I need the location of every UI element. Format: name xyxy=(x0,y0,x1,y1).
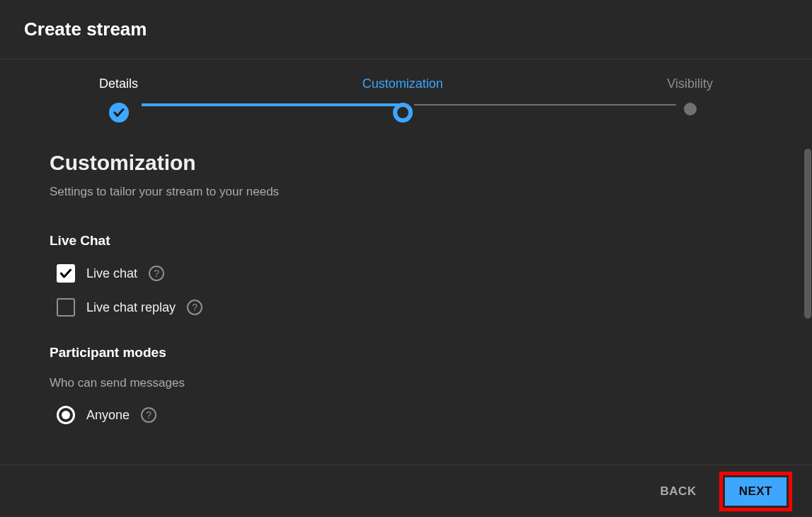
option-label: Live chat xyxy=(86,266,137,281)
subsection-description: Who can send messages xyxy=(50,376,762,390)
help-icon[interactable]: ? xyxy=(187,300,202,315)
option-label: Live chat replay xyxy=(86,300,176,315)
step-label: Customization xyxy=(362,76,443,91)
step-circle-active-icon xyxy=(393,103,413,123)
subsection-title: Live Chat xyxy=(50,233,762,249)
help-icon[interactable]: ? xyxy=(141,407,156,423)
section-subtitle: Settings to tailor your stream to your n… xyxy=(50,185,762,199)
option-label: Anyone xyxy=(86,408,130,423)
step-label: Details xyxy=(99,76,138,91)
content-scroll-area: Details Customization Visibility Customi… xyxy=(0,59,812,462)
step-circle-inactive-icon xyxy=(684,103,697,115)
dialog-footer: BACK NEXT xyxy=(0,465,812,517)
step-details[interactable]: Details xyxy=(99,76,138,123)
scrollbar-thumb[interactable] xyxy=(804,149,811,319)
section-title: Customization xyxy=(50,151,762,175)
help-icon[interactable]: ? xyxy=(149,266,164,281)
option-live-chat[interactable]: Live chat ? xyxy=(50,264,762,283)
step-label: Visibility xyxy=(667,76,713,91)
back-button[interactable]: BACK xyxy=(655,477,702,506)
step-circle-check-icon xyxy=(109,103,129,123)
step-customization[interactable]: Customization xyxy=(362,76,443,123)
option-live-chat-replay[interactable]: Live chat replay ? xyxy=(50,298,762,317)
dialog-header: Create stream xyxy=(0,0,812,59)
dialog-title: Create stream xyxy=(24,18,788,40)
next-button-highlight: NEXT xyxy=(719,472,792,511)
checkbox-live-chat[interactable] xyxy=(57,264,75,283)
subsection-title: Participant modes xyxy=(50,345,762,360)
participant-modes-subsection: Participant modes Who can send messages … xyxy=(50,345,762,424)
option-anyone[interactable]: Anyone ? xyxy=(50,406,762,424)
customization-section: Customization Settings to tailor your st… xyxy=(0,151,812,424)
step-visibility[interactable]: Visibility xyxy=(667,76,713,115)
stepper-connector-pending xyxy=(414,104,676,106)
checkbox-live-chat-replay[interactable] xyxy=(57,298,75,317)
radio-anyone[interactable] xyxy=(57,406,75,424)
live-chat-subsection: Live Chat Live chat ? Live chat replay ? xyxy=(50,233,762,317)
stepper: Details Customization Visibility xyxy=(0,59,812,151)
next-button[interactable]: NEXT xyxy=(725,477,787,506)
